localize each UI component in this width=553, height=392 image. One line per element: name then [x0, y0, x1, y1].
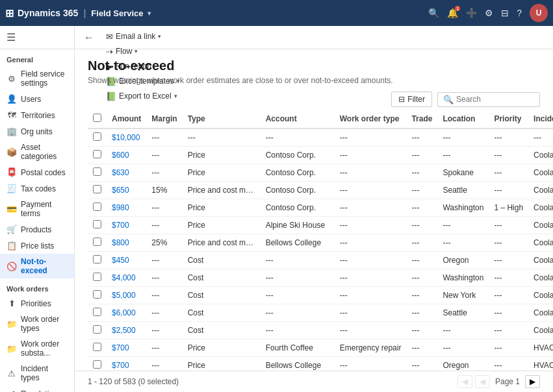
row-checkbox-2[interactable] [93, 167, 101, 176]
sidebar-item-label: Resolutions [21, 389, 62, 393]
add-icon[interactable]: ➕ [466, 8, 477, 18]
work-order-types-icon: 📁 [6, 319, 17, 329]
cell-trade-4: --- [406, 199, 437, 217]
filter-button[interactable]: ⊟ Filter [391, 92, 432, 107]
cell-amount-10[interactable]: $6,000 [107, 304, 146, 322]
table-header: AmountMarginTypeAccountWork order typeTr… [88, 110, 553, 129]
notification-badge[interactable]: 🔔 1 [447, 8, 458, 18]
help-icon[interactable]: ? [517, 8, 522, 18]
cell-amount-8[interactable]: $4,000 [107, 269, 146, 287]
sidebar-header: ☰ [0, 26, 74, 49]
gear-icon[interactable]: ⚙ [485, 8, 493, 18]
cell-incident_type-4: Coolant change and disposal [528, 199, 553, 217]
email-link-chevron-icon: ▾ [158, 33, 161, 40]
row-checkbox-3[interactable] [93, 185, 101, 193]
sidebar-item-work-order-types[interactable]: 📁Work order types [0, 312, 74, 336]
sidebar-item-products[interactable]: 🛒Products [0, 221, 74, 238]
cell-amount-11[interactable]: $2,500 [107, 322, 146, 339]
not-to-exceed-icon: 🚫 [6, 262, 17, 271]
refresh-button[interactable]: ↻Refresh [101, 26, 148, 29]
cell-amount-3[interactable]: $650 [107, 182, 146, 199]
cell-priority-5: --- [489, 217, 528, 234]
row-checkbox-6[interactable] [93, 238, 101, 246]
row-checkbox-4[interactable] [93, 202, 101, 211]
search-icon[interactable]: 🔍 [428, 8, 439, 18]
row-checkbox-7[interactable] [93, 255, 101, 263]
select-all-checkbox[interactable] [93, 114, 101, 122]
email-link-button[interactable]: ✉Email a link▾ [101, 29, 166, 44]
cell-type-4: Price [183, 199, 261, 217]
cell-type-10: Cost [183, 304, 261, 322]
cell-trade-5: --- [406, 217, 437, 234]
waffle-icon[interactable]: ⊞ [5, 7, 14, 19]
sidebar-item-priorities[interactable]: ⬆Priorities [0, 295, 74, 312]
sidebar-item-field-service-settings[interactable]: ⚙Field service settings [0, 66, 74, 91]
row-checkbox-0[interactable] [93, 132, 101, 141]
row-checkbox-11[interactable] [93, 325, 101, 334]
row-checkbox-13[interactable] [93, 360, 101, 369]
sidebar-item-label: Postal codes [21, 168, 66, 177]
cell-amount-6[interactable]: $800 [107, 234, 146, 252]
row-checkbox-12[interactable] [93, 343, 101, 351]
sidebar-item-work-order-substatuses[interactable]: 📁Work order substa... [0, 336, 74, 361]
main-content: ← 📊Show chart+New🗑Delete▾↻Refresh✉Email … [75, 26, 553, 392]
row-checkbox-8[interactable] [93, 273, 101, 281]
back-button[interactable]: ← [80, 29, 98, 46]
cell-location-4: Washington [437, 199, 489, 217]
cell-priority-6: --- [489, 234, 528, 252]
sidebar-item-payment-terms[interactable]: 💳Payment terms [0, 197, 74, 221]
avatar[interactable]: U [530, 4, 548, 22]
sidebar-item-resolutions[interactable]: ✔Resolutions [0, 386, 74, 392]
sidebar-item-org-units[interactable]: 🏢Org units [0, 123, 74, 140]
row-checkbox-10[interactable] [93, 308, 101, 316]
email-link-label: Email a link [116, 32, 155, 41]
cell-amount-9[interactable]: $5,000 [107, 287, 146, 304]
tax-codes-icon: 🧾 [6, 184, 17, 193]
sidebar-item-not-to-exceed[interactable]: 🚫Not-to-exceed [0, 254, 74, 278]
row-checkbox-1[interactable] [93, 150, 101, 158]
cell-amount-4[interactable]: $980 [107, 199, 146, 217]
next-page-button[interactable]: ◀ [475, 375, 490, 388]
prev-page-button[interactable]: ◀ [457, 375, 472, 388]
table-row: $65015%Price and cost mar...Contoso Corp… [88, 182, 553, 199]
cell-type-9: Cost [183, 287, 261, 304]
sidebar-item-price-lists[interactable]: 📋Price lists [0, 238, 74, 254]
cell-amount-12[interactable]: $700 [107, 339, 146, 357]
cell-trade-8: --- [406, 269, 437, 287]
row-checkbox-5[interactable] [93, 220, 101, 228]
cell-incident_type-0: --- [528, 129, 553, 147]
top-nav-actions: 🔍 🔔 1 ➕ ⚙ ⊟ ? U [428, 4, 548, 22]
cell-amount-1[interactable]: $600 [107, 147, 146, 164]
sidebar-sections: General⚙Field service settings👤Users🗺Ter… [0, 49, 74, 392]
cell-account-9: --- [261, 287, 335, 304]
sidebar-item-territories[interactable]: 🗺Territories [0, 107, 74, 123]
territories-icon: 🗺 [6, 110, 17, 120]
sidebar-item-users[interactable]: 👤Users [0, 91, 74, 107]
cell-margin-4: --- [146, 199, 182, 217]
cell-amount-7[interactable]: $450 [107, 252, 146, 269]
search-input[interactable] [456, 95, 534, 104]
module-chevron-icon[interactable]: ▾ [148, 10, 151, 17]
cell-work_order_type-2: --- [335, 164, 407, 182]
org-units-icon: 🏢 [6, 127, 17, 136]
filter-icon[interactable]: ⊟ [501, 8, 509, 18]
cell-amount-13[interactable]: $700 [107, 357, 146, 371]
table-container: AmountMarginTypeAccountWork order typeTr… [75, 110, 553, 371]
cell-work_order_type-3: --- [335, 182, 407, 199]
sidebar-item-postal-codes[interactable]: 📮Postal codes [0, 164, 74, 180]
sidebar-item-asset-categories[interactable]: 📦Asset categories [0, 140, 74, 164]
cell-margin-13: --- [146, 357, 182, 371]
cell-margin-2: --- [146, 164, 182, 182]
cell-amount-5[interactable]: $700 [107, 217, 146, 234]
sidebar-menu-icon[interactable]: ☰ [6, 31, 16, 43]
next-page-forward-button[interactable]: ▶ [525, 375, 540, 388]
cell-type-7: Cost [183, 252, 261, 269]
cell-work_order_type-6: --- [335, 234, 407, 252]
cell-location-10: Seattle [437, 304, 489, 322]
cell-amount-0[interactable]: $10,000 [107, 129, 146, 147]
sidebar-item-tax-codes[interactable]: 🧾Tax codes [0, 180, 74, 197]
sidebar-item-incident-types[interactable]: ⚠Incident types [0, 361, 74, 386]
cell-location-12: --- [437, 339, 489, 357]
cell-amount-2[interactable]: $630 [107, 164, 146, 182]
row-checkbox-9[interactable] [93, 290, 101, 299]
